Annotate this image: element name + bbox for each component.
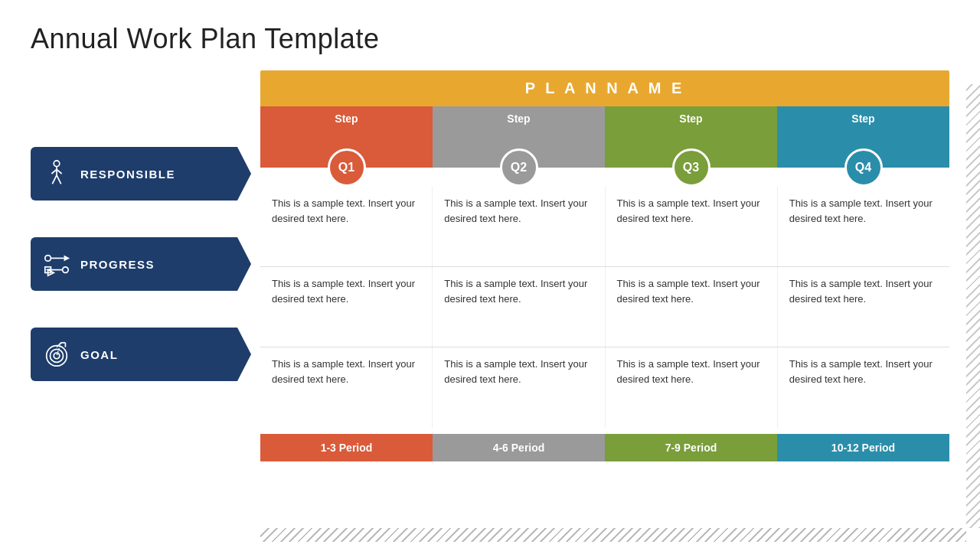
responsible-cell-q2: This is a sample text. Insert your desir…	[433, 187, 605, 266]
svg-point-6	[45, 256, 51, 262]
step-col-q3: Step Q3	[605, 106, 777, 168]
period-cell-2: 4-6 Period	[433, 434, 605, 461]
step-circle-q1: Q1	[328, 148, 366, 187]
progress-cell-q4: This is a sample text. Insert your desir…	[778, 267, 949, 347]
walking-person-icon	[42, 159, 71, 188]
period-cell-1: 1-3 Period	[260, 434, 433, 461]
svg-line-4	[52, 175, 57, 184]
responsible-cell-q4: This is a sample text. Insert your desir…	[778, 187, 949, 266]
stripe-decoration	[966, 84, 980, 528]
step-col-q2: Step Q2	[433, 106, 605, 168]
step-col-q1: Step Q1	[260, 106, 433, 168]
step-label-q3: Step	[679, 112, 702, 125]
svg-point-0	[54, 161, 60, 167]
progress-badge: PROGRESS	[31, 237, 237, 291]
goal-badge: GOAL	[31, 328, 237, 381]
data-rows: This is a sample text. Insert your desir…	[260, 187, 949, 428]
period-footer: 1-3 Period 4-6 Period 7-9 Period 10-12 P…	[260, 434, 949, 461]
progress-label: PROGRESS	[80, 258, 155, 271]
svg-marker-7	[64, 256, 70, 262]
step-label-q1: Step	[335, 112, 358, 125]
responsible-label: RESPONSIBLE	[80, 168, 175, 181]
svg-line-2	[51, 169, 57, 174]
page-title: Annual Work Plan Template	[31, 23, 949, 55]
step-circle-q4: Q4	[844, 148, 883, 187]
progress-cell-q1: This is a sample text. Insert your desir…	[260, 267, 433, 347]
responsible-cell-q1: This is a sample text. Insert your desir…	[260, 187, 433, 266]
responsible-cell-q3: This is a sample text. Insert your desir…	[606, 187, 778, 266]
goal-cell-q2: This is a sample text. Insert your desir…	[433, 347, 605, 428]
period-cell-3: 7-9 Period	[605, 434, 777, 461]
svg-line-5	[57, 175, 61, 184]
step-label-q4: Step	[851, 112, 874, 125]
goal-cell-q1: This is a sample text. Insert your desir…	[260, 347, 433, 428]
step-headers: Step Q1 Step Q2 Step Q3	[260, 106, 949, 168]
left-labels: RESPONSIBLE	[31, 132, 260, 461]
page-container: Annual Work Plan Template	[0, 0, 980, 551]
goal-label: GOAL	[80, 348, 118, 361]
bottom-stripe-decoration	[260, 528, 966, 542]
progress-cell-q3: This is a sample text. Insert your desir…	[606, 267, 778, 347]
step-circle-q2: Q2	[500, 148, 538, 187]
progress-cell-q2: This is a sample text. Insert your desir…	[433, 267, 605, 347]
responsible-badge: RESPONSIBLE	[31, 147, 237, 201]
goal-data-row: This is a sample text. Insert your desir…	[260, 347, 949, 428]
svg-point-11	[63, 267, 69, 273]
progress-icon	[42, 249, 71, 279]
period-cell-4: 10-12 Period	[777, 434, 949, 461]
goal-cell-q4: This is a sample text. Insert your desir…	[778, 347, 949, 428]
svg-point-16	[54, 353, 60, 359]
main-table-area: RESPONSIBLE	[31, 70, 949, 461]
step-circle-q3: Q3	[672, 148, 710, 187]
step-col-q4: Step Q4	[777, 106, 949, 168]
progress-data-row: This is a sample text. Insert your desir…	[260, 267, 949, 347]
svg-point-15	[50, 349, 63, 362]
responsible-data-row: This is a sample text. Insert your desir…	[260, 187, 949, 267]
plan-name-header: P L A N N A M E	[260, 70, 949, 106]
progress-row: PROGRESS	[31, 222, 260, 306]
goal-row: GOAL	[31, 312, 260, 396]
svg-line-3	[57, 169, 62, 174]
step-label-q2: Step	[507, 112, 530, 125]
right-table: P L A N N A M E Step Q1 Step Q2 Step	[260, 70, 949, 461]
responsible-row: RESPONSIBLE	[31, 132, 260, 216]
target-icon	[42, 340, 71, 369]
goal-cell-q3: This is a sample text. Insert your desir…	[606, 347, 778, 428]
